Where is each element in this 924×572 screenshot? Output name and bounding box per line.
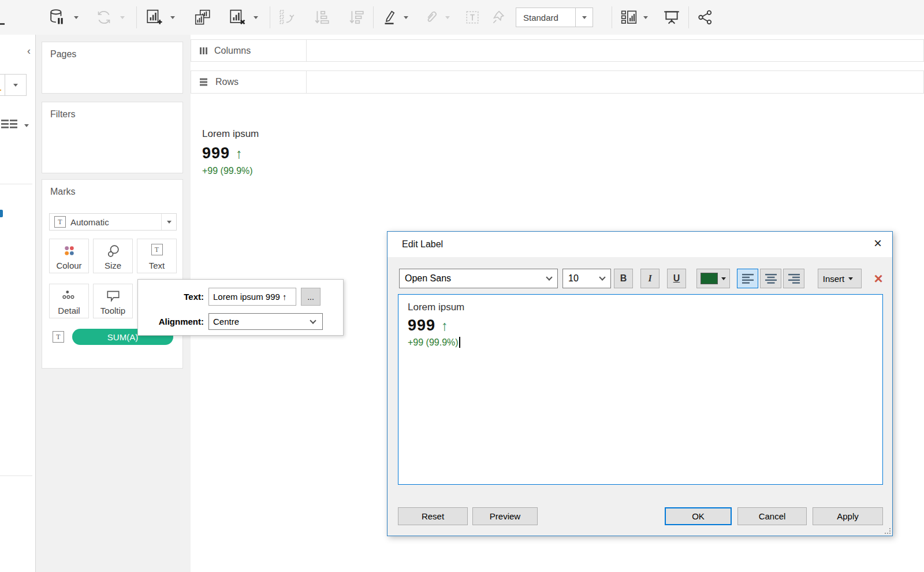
toolbar-divider	[612, 6, 612, 28]
swap-rows-columns-icon	[278, 9, 296, 26]
tooltip-button[interactable]: Tooltip	[93, 284, 133, 318]
show-me-dropdown-icon[interactable]	[643, 16, 648, 19]
filters-shelf[interactable]: Filters	[42, 102, 183, 173]
tooltip-button-label: Tooltip	[100, 306, 125, 315]
bold-button[interactable]: B	[614, 269, 633, 288]
columns-shelf-drop-area[interactable]	[307, 40, 923, 61]
ok-button[interactable]: OK	[665, 507, 732, 525]
editor-line-delta: +99 (99.9%)	[408, 337, 459, 348]
text-field-label: Text:	[138, 292, 208, 302]
dialog-titlebar[interactable]: Edit Label	[388, 232, 892, 257]
font-color-swatch	[701, 273, 718, 284]
dialog-close-icon[interactable]: ×	[874, 236, 882, 250]
text-cursor	[459, 337, 460, 348]
viz-text-mark[interactable]: Lorem ipsum 999 ↑ +99 (99.9%)	[202, 128, 259, 176]
mark-type-selector[interactable]: T Automatic	[49, 213, 177, 231]
data-source-selector-partial[interactable]	[0, 74, 27, 96]
field-icon-clipped	[0, 210, 3, 217]
align-left-icon	[742, 273, 754, 284]
colour-icon	[50, 244, 88, 259]
edit-label-dialog: Edit Label × Open Sans 10 B I U	[387, 231, 893, 536]
sort-ascending-icon	[314, 9, 330, 25]
show-me-icon[interactable]	[620, 9, 638, 25]
detail-icon	[50, 289, 88, 304]
size-button[interactable]: Size	[93, 239, 133, 273]
collapse-pane-icon[interactable]: ‹	[27, 45, 31, 57]
toolbar-divider	[270, 6, 270, 28]
data-source-caret-icon[interactable]	[5, 75, 26, 95]
view-as-list-icon[interactable]	[0, 119, 32, 132]
font-size-chevron-icon	[599, 274, 605, 280]
editor-line-title: Lorem ipsum	[408, 302, 873, 313]
rows-shelf[interactable]: Rows	[191, 70, 924, 94]
toolbar-divider	[136, 6, 137, 28]
text-field-value[interactable]: Lorem ipsum 999 ↑	[208, 288, 296, 306]
preview-button[interactable]: Preview	[472, 507, 538, 525]
clear-sheet-dropdown-icon[interactable]	[254, 16, 258, 19]
data-source-name-clipped	[0, 75, 5, 95]
insert-button[interactable]: Insert	[818, 269, 862, 288]
edit-text-more-button[interactable]: ...	[301, 288, 321, 306]
tableau-window: Standard	[0, 0, 924, 572]
rows-shelf-drop-area[interactable]	[307, 71, 923, 93]
presentation-mode-icon[interactable]	[663, 9, 680, 25]
reset-button[interactable]: Reset	[398, 507, 468, 525]
align-right-button[interactable]	[783, 269, 804, 288]
text-mark-popup: Text: Lorem ipsum 999 ↑ ... Alignment: C…	[137, 279, 344, 336]
alignment-field-label: Alignment:	[138, 317, 208, 326]
new-worksheet-icon[interactable]	[145, 9, 162, 26]
align-center-button[interactable]	[760, 269, 781, 288]
columns-shelf[interactable]: Columns	[191, 39, 924, 62]
columns-shelf-header: Columns	[191, 40, 307, 61]
data-source-pause-icon[interactable]	[49, 9, 65, 26]
align-center-icon	[765, 273, 777, 284]
fix-axes-pin-icon	[491, 10, 505, 25]
label-text-editor[interactable]: Lorem ipsum 999 ↑ +99 (99.9%)	[398, 294, 883, 485]
data-source-dropdown-icon[interactable]	[74, 16, 79, 19]
alignment-value: Centre	[213, 317, 239, 326]
insert-dropdown-icon	[848, 277, 853, 280]
size-button-label: Size	[105, 261, 121, 270]
data-pane-collapsed: ‹	[0, 35, 36, 572]
apply-button[interactable]: Apply	[813, 507, 883, 525]
marks-card-label: Marks	[42, 180, 182, 204]
fit-selector-value: Standard	[516, 8, 575, 27]
underline-button[interactable]: U	[667, 269, 686, 288]
highlight-icon[interactable]	[382, 9, 397, 25]
pages-shelf-label: Pages	[42, 42, 182, 66]
group-members-icon	[423, 9, 438, 25]
marks-card: Marks T Automatic Colour	[42, 179, 183, 369]
tooltip-icon	[94, 289, 132, 304]
view-as-dropdown-icon[interactable]	[24, 124, 29, 127]
cancel-button[interactable]: Cancel	[737, 507, 807, 525]
rows-shelf-label: Rows	[215, 77, 239, 87]
alignment-chevron-icon	[310, 317, 316, 324]
pill-text-icon: T	[53, 331, 64, 343]
mark-type-dropdown-icon[interactable]	[161, 214, 176, 230]
fit-selector-dropdown-icon[interactable]	[575, 8, 593, 27]
new-worksheet-dropdown-icon[interactable]	[170, 16, 175, 19]
highlight-dropdown-icon[interactable]	[404, 16, 408, 19]
duplicate-sheet-icon[interactable]	[193, 9, 212, 26]
toolbar-divider	[688, 6, 689, 28]
fit-selector[interactable]: Standard	[516, 8, 593, 27]
font-size-select[interactable]: 10	[562, 269, 611, 288]
text-button[interactable]: T Text	[137, 239, 177, 273]
viz-title: Lorem ipsum	[202, 128, 259, 140]
colour-button[interactable]: Colour	[49, 239, 89, 273]
pages-shelf[interactable]: Pages	[42, 42, 183, 94]
font-size-value: 10	[563, 273, 600, 284]
font-family-select[interactable]: Open Sans	[399, 269, 558, 288]
detail-button[interactable]: Detail	[49, 284, 89, 318]
italic-button[interactable]: I	[640, 269, 660, 288]
editor-up-arrow-glyph: ↑	[441, 318, 448, 334]
dialog-resize-grip[interactable]	[885, 528, 891, 534]
alignment-select[interactable]: Centre	[208, 313, 323, 330]
share-icon[interactable]	[697, 9, 713, 25]
font-family-value: Open Sans	[400, 273, 547, 284]
clear-formatting-icon[interactable]: ×	[870, 269, 887, 288]
data-pane-divider	[0, 184, 32, 184]
clear-sheet-icon[interactable]	[228, 9, 245, 26]
align-left-button[interactable]	[737, 269, 758, 288]
font-color-button[interactable]	[696, 269, 730, 288]
